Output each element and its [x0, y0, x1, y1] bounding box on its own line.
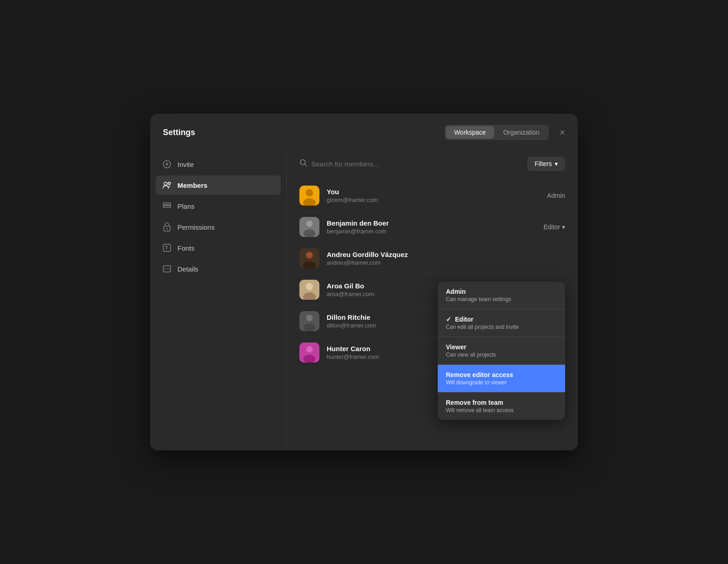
dropdown-item-editor-desc: Can edit all projects and invite: [446, 324, 557, 330]
tab-group: Workspace Organization: [445, 125, 549, 140]
svg-rect-6: [163, 206, 171, 207]
details-icon: [162, 264, 172, 274]
avatar: [299, 342, 319, 363]
dropdown-item-remove-editor-label: Remove editor access: [446, 371, 513, 378]
svg-rect-5: [163, 203, 171, 205]
modal-body: Invite Members: [150, 147, 578, 450]
filters-button[interactable]: Filters ▾: [527, 156, 565, 171]
sidebar-item-plans[interactable]: Plans: [156, 196, 281, 216]
member-info: You gizem@framer.com: [327, 188, 540, 203]
dropdown-item-remove-editor[interactable]: Remove editor access Will downgrade to v…: [438, 365, 565, 392]
sidebar-label-details: Details: [177, 265, 198, 273]
member-email: andreu@framer.com: [327, 259, 565, 266]
avatar: [299, 248, 319, 268]
avatar: [299, 280, 319, 300]
sidebar-label-invite: Invite: [177, 161, 194, 168]
fonts-icon: T: [162, 243, 172, 253]
dropdown-item-admin[interactable]: Admin Can manage team settings: [438, 282, 565, 309]
dropdown-item-remove-team-desc: Will remove all team access: [446, 407, 557, 413]
invite-icon: [162, 159, 172, 169]
sidebar-item-members[interactable]: Members: [156, 176, 281, 195]
svg-point-28: [306, 283, 313, 290]
tab-organization[interactable]: Organization: [495, 126, 547, 139]
settings-title: Settings: [163, 128, 195, 137]
member-role: Admin: [547, 192, 565, 199]
tab-workspace[interactable]: Workspace: [446, 126, 494, 139]
svg-point-14: [168, 268, 169, 269]
role-dropdown-menu: Admin Can manage team settings ✓ Editor …: [438, 282, 565, 420]
svg-point-4: [168, 182, 171, 185]
sidebar-item-details[interactable]: Details: [156, 259, 281, 278]
dropdown-item-admin-desc: Can manage team settings: [446, 296, 557, 302]
svg-point-12: [165, 268, 166, 269]
table-row: You gizem@framer.com Admin: [299, 180, 565, 212]
member-info: Benjamin den Boer benjamin@framer.com: [327, 219, 536, 235]
plans-icon: [162, 201, 172, 211]
member-email: gizem@framer.com: [327, 196, 540, 203]
avatar: [299, 311, 319, 331]
svg-point-21: [306, 221, 313, 227]
sidebar-label-fonts: Fonts: [177, 244, 195, 252]
close-button[interactable]: ×: [560, 128, 565, 137]
sidebar-item-permissions[interactable]: Permissions: [156, 217, 281, 237]
sidebar-item-invite[interactable]: Invite: [156, 155, 281, 174]
members-icon: [162, 180, 172, 190]
member-name: Benjamin den Boer: [327, 219, 536, 227]
dropdown-item-editor[interactable]: ✓ Editor Can edit all projects and invit…: [438, 309, 565, 337]
search-icon: [299, 159, 308, 169]
svg-line-16: [305, 164, 307, 166]
checkmark-icon: ✓: [446, 316, 451, 323]
main-content: Filters ▾ You: [287, 147, 578, 450]
svg-text:T: T: [165, 246, 168, 251]
dropdown-item-remove-editor-desc: Will downgrade to viewer: [446, 379, 557, 386]
table-row: Andreu Gordillo Vázquez andreu@framer.co…: [299, 243, 565, 274]
avatar: [299, 186, 319, 206]
avatar: [299, 217, 319, 237]
sidebar: Invite Members: [150, 147, 287, 450]
dropdown-item-remove-team-label: Remove from team: [446, 399, 503, 406]
sidebar-label-members: Members: [177, 181, 207, 189]
settings-modal: Settings Workspace Organization × Invite: [150, 114, 578, 450]
dropdown-item-editor-label: Editor: [455, 316, 473, 323]
sidebar-label-permissions: Permissions: [177, 223, 215, 231]
svg-point-34: [306, 346, 313, 352]
modal-header: Settings Workspace Organization ×: [150, 114, 578, 140]
sidebar-item-fonts[interactable]: T Fonts: [156, 238, 281, 257]
dropdown-item-viewer-desc: Can view all projects: [446, 352, 557, 358]
member-name: Andreu Gordillo Vázquez: [327, 251, 565, 258]
svg-point-8: [167, 228, 168, 229]
dropdown-item-admin-label: Admin: [446, 288, 466, 295]
svg-point-31: [306, 315, 313, 321]
dropdown-item-viewer-label: Viewer: [446, 343, 466, 351]
dropdown-item-viewer[interactable]: Viewer Can view all projects: [438, 337, 565, 364]
table-row: Benjamin den Boer benjamin@framer.com Ed…: [299, 212, 565, 243]
search-bar: Filters ▾: [299, 156, 565, 171]
member-email: benjamin@framer.com: [327, 228, 536, 235]
search-input-wrap: [299, 159, 523, 169]
svg-point-3: [164, 182, 167, 186]
member-info: Andreu Gordillo Vázquez andreu@framer.co…: [327, 251, 565, 266]
search-input[interactable]: [311, 160, 523, 168]
svg-point-13: [167, 268, 167, 269]
svg-point-18: [306, 189, 313, 196]
member-name: You: [327, 188, 540, 196]
role-dropdown-button[interactable]: Editor ▾: [543, 223, 565, 231]
dropdown-item-remove-team[interactable]: Remove from team Will remove all team ac…: [438, 393, 565, 420]
sidebar-label-plans: Plans: [177, 202, 195, 210]
permissions-icon: [162, 222, 172, 232]
